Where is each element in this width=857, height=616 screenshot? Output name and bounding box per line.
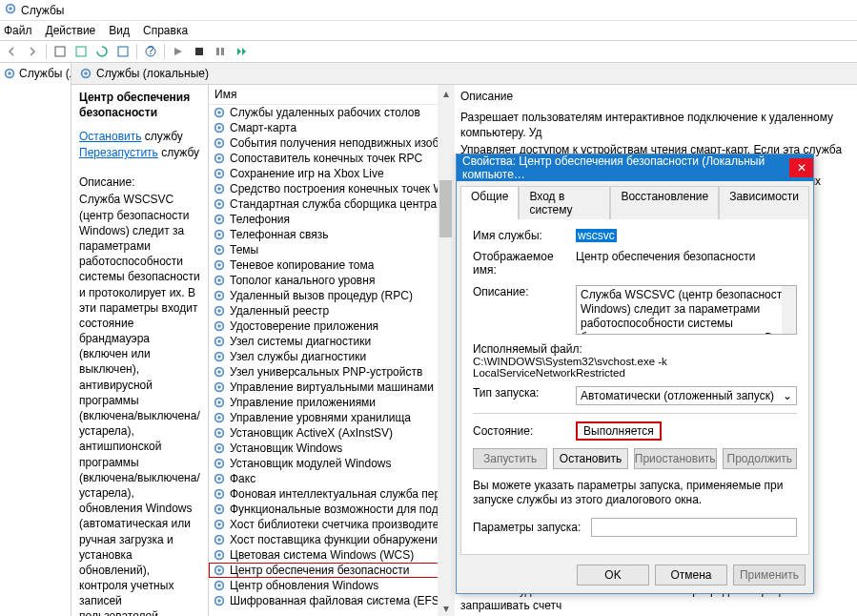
scroll-thumb[interactable] — [439, 180, 452, 237]
service-icon — [213, 136, 226, 150]
list-header[interactable]: Имя — [209, 85, 454, 105]
service-row[interactable]: Центр обеспечения безопасности — [209, 563, 454, 578]
service-row[interactable]: Функциональные возможности для подключе… — [209, 502, 454, 517]
start-button[interactable]: Запустить — [473, 448, 547, 469]
service-row[interactable]: Центр обновления Windows — [209, 578, 454, 593]
service-row[interactable]: Узел службы диагностики — [209, 349, 454, 364]
service-row[interactable]: Узел универсальных PNP-устройств — [209, 364, 454, 380]
apply-button[interactable]: Применить — [733, 565, 806, 585]
service-row[interactable]: Узел системы диагностики — [209, 334, 454, 349]
params-input[interactable] — [591, 518, 797, 537]
service-row[interactable]: Смарт-карта — [209, 120, 454, 135]
back-button[interactable] — [2, 42, 21, 61]
svg-point-11 — [8, 72, 11, 75]
svg-point-49 — [217, 370, 221, 374]
state-label: Состояние: — [473, 424, 570, 438]
svg-point-53 — [217, 400, 221, 404]
toolbar-icon[interactable] — [51, 42, 70, 61]
service-row[interactable]: Установщик модулей Windows — [209, 456, 454, 471]
service-row[interactable]: Теневое копирование тома — [209, 257, 454, 273]
dialog-titlebar[interactable]: Свойства: Центр обеспечения безопасности… — [457, 154, 813, 181]
startup-type-select[interactable]: Автоматически (отложенный запуск) ⌄ — [576, 386, 797, 405]
svg-point-69 — [217, 523, 221, 526]
column-name[interactable]: Имя — [209, 85, 242, 104]
menu-view[interactable]: Вид — [109, 24, 130, 37]
tab-recovery[interactable]: Восстановление — [610, 186, 719, 219]
service-row[interactable]: Темы — [209, 242, 454, 257]
desc-textarea[interactable]: Служба WSCSVC (центр безопасности Window… — [576, 285, 797, 335]
stop-service-link[interactable]: Остановить — [79, 130, 142, 143]
service-row[interactable]: Фоновая интеллектуальная служба передачи… — [209, 486, 454, 502]
toolbar-icon[interactable] — [113, 42, 133, 61]
display-name-value: Центр обеспечения безопасности — [576, 250, 797, 263]
toolbar: ? — [0, 40, 857, 63]
service-icon — [213, 121, 226, 134]
service-row[interactable]: Службы удаленных рабочих столов — [209, 105, 454, 120]
tab-general[interactable]: Общие — [460, 186, 519, 219]
service-row[interactable]: Хост поставщика функции обнаружения — [209, 532, 454, 547]
service-icon — [213, 213, 226, 226]
exe-path: C:\WINDOWS\System32\svchost.exe -k Local… — [473, 356, 797, 379]
pause-button[interactable] — [211, 42, 230, 61]
content-header: Службы (локальные) — [71, 63, 857, 85]
resume-button[interactable]: Продолжить — [723, 448, 797, 469]
service-row[interactable]: Сохранение игр на Xbox Live — [209, 166, 454, 181]
menu-action[interactable]: Действие — [46, 24, 96, 37]
service-row[interactable]: Управление приложениями — [209, 395, 454, 410]
tree-root[interactable]: Службы (л — [0, 65, 71, 82]
service-row[interactable]: Цветовая система Windows (WCS) — [209, 547, 454, 563]
cancel-button[interactable]: Отмена — [655, 565, 727, 585]
stop-button[interactable]: Остановить — [553, 448, 627, 469]
service-row[interactable]: Телефонная связь — [209, 227, 454, 242]
tab-logon[interactable]: Вход в систему — [519, 186, 610, 219]
service-icon — [213, 579, 226, 592]
scroll-down-arrow[interactable]: ▾ — [438, 600, 454, 616]
service-row[interactable]: Факс — [209, 471, 454, 486]
toolbar-icon[interactable] — [71, 42, 91, 61]
service-row[interactable]: События получения неподвижных изображен… — [209, 135, 454, 151]
service-row[interactable]: Удаленный вызов процедур (RPC) — [209, 288, 454, 303]
forward-button[interactable] — [23, 42, 42, 61]
service-icon — [213, 518, 226, 531]
service-row[interactable]: Хост библиотеки счетчика производительно… — [209, 517, 454, 532]
service-row[interactable]: Телефония — [209, 212, 454, 227]
svg-point-29 — [217, 217, 221, 221]
service-icon — [213, 533, 226, 546]
refresh-button[interactable] — [92, 42, 112, 61]
service-row[interactable]: Шифрованная файловая система (EFS) — [209, 593, 454, 608]
service-row[interactable]: Установщик Windows — [209, 441, 454, 456]
service-name: Удаленный реестр — [230, 304, 329, 318]
restart-service-link[interactable]: Перезапустить — [79, 146, 158, 159]
desc-column-header[interactable]: Описание — [460, 89, 851, 104]
properties-dialog: Свойства: Центр обеспечения безопасности… — [456, 154, 814, 594]
restart-button[interactable] — [232, 42, 251, 61]
tab-dependencies[interactable]: Зависимости — [719, 186, 809, 219]
service-name-value[interactable]: wscsvc — [576, 229, 617, 242]
service-row[interactable]: Средство построения конечных точек Windo… — [209, 181, 454, 196]
service-icon — [213, 487, 226, 501]
service-icon — [213, 396, 226, 409]
close-button[interactable]: ✕ — [789, 158, 813, 177]
service-row[interactable]: Удаленный реестр — [209, 303, 454, 318]
service-row[interactable]: Стандартная служба сборщика центра диагн… — [209, 196, 454, 212]
svg-point-43 — [217, 324, 221, 328]
help-button[interactable]: ? — [141, 42, 160, 61]
desc-scrollbar[interactable] — [782, 286, 796, 334]
service-row[interactable]: Установщик ActiveX (AxInstSV) — [209, 425, 454, 441]
service-name: События получения неподвижных изображен… — [230, 136, 454, 150]
service-row[interactable]: Сопоставитель конечных точек RPC — [209, 151, 454, 166]
service-row[interactable]: Управление уровнями хранилища — [209, 410, 454, 425]
service-name: Цветовая система Windows (WCS) — [230, 548, 414, 562]
stop-button[interactable] — [190, 42, 209, 61]
ok-button[interactable]: OK — [577, 565, 649, 585]
menu-help[interactable]: Справка — [143, 24, 188, 37]
service-row[interactable]: Тополог канального уровня — [209, 273, 454, 288]
pause-button[interactable]: Приостановить — [634, 448, 717, 469]
service-row[interactable]: Управление виртуальными машинами Hyper-V — [209, 380, 454, 395]
service-row[interactable]: Удостоверение приложения — [209, 318, 454, 334]
play-button[interactable] — [169, 42, 188, 61]
vertical-scrollbar[interactable]: ▴ ▾ — [438, 85, 454, 616]
menu-file[interactable]: Файл — [4, 24, 32, 37]
svg-point-33 — [217, 248, 221, 252]
scroll-up-arrow[interactable]: ▴ — [438, 85, 454, 101]
